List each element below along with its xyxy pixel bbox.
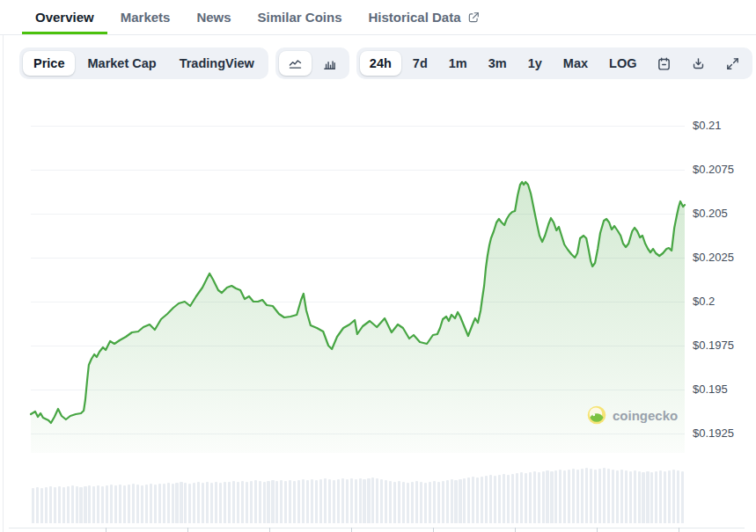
coin-price-chart-page: OverviewMarketsNewsSimilar CoinsHistoric… xyxy=(0,0,756,532)
volume-bar xyxy=(380,479,383,523)
volume-bar xyxy=(145,485,148,523)
volume-bar xyxy=(246,482,248,523)
volume-bar xyxy=(451,479,453,523)
tab-overview[interactable]: Overview xyxy=(22,0,107,34)
calendar-icon xyxy=(657,56,672,71)
volume-bar xyxy=(363,479,365,523)
volume-bar xyxy=(175,483,178,523)
volume-bar xyxy=(54,487,56,523)
volume-bar xyxy=(616,470,619,523)
tab-news[interactable]: News xyxy=(183,0,244,34)
metric-button-price[interactable]: Price xyxy=(23,51,75,76)
volume-bar xyxy=(180,482,182,523)
range-button-3m[interactable]: 3m xyxy=(479,51,517,76)
volume-bar xyxy=(188,484,191,523)
volume-bar xyxy=(554,470,557,523)
tool-button-fullscreen[interactable] xyxy=(716,51,749,76)
range-button-7d[interactable]: 7d xyxy=(403,51,437,76)
y-axis-label: $0.21 xyxy=(693,118,756,134)
range-button-1m[interactable]: 1m xyxy=(439,51,477,76)
volume-bar xyxy=(163,484,165,523)
volume-bar xyxy=(476,477,479,523)
bar-chart-icon xyxy=(322,56,337,71)
volume-bar xyxy=(210,483,213,523)
volume-bar xyxy=(585,468,588,523)
volume-bar xyxy=(467,477,470,523)
metric-button-tradingview[interactable]: TradingView xyxy=(169,51,265,76)
volume-bar xyxy=(594,470,597,523)
volume-bar xyxy=(525,473,527,523)
volume-bar xyxy=(646,471,649,523)
volume-bar xyxy=(289,480,291,523)
volume-bar xyxy=(206,482,209,523)
range-button-max[interactable]: Max xyxy=(554,51,598,76)
volume-bar xyxy=(398,481,400,523)
volume-bar xyxy=(254,480,257,523)
volume-bar xyxy=(538,472,540,523)
volume-bar xyxy=(371,477,374,523)
volume-bar xyxy=(215,482,217,523)
volume-bar xyxy=(485,476,488,523)
volume-bar xyxy=(167,483,170,523)
volume-bar xyxy=(284,481,287,523)
volume-bar xyxy=(158,484,161,523)
tab-markets[interactable]: Markets xyxy=(107,0,184,34)
volume-bar xyxy=(472,477,474,523)
volume-bar xyxy=(563,470,566,523)
volume-bar xyxy=(110,485,113,523)
volume-bar xyxy=(612,470,614,523)
volume-bar xyxy=(150,484,152,523)
volume-bar xyxy=(92,486,95,523)
range-button-24h[interactable]: 24h xyxy=(360,51,401,76)
range-button-log[interactable]: LOG xyxy=(599,51,646,76)
volume-bar xyxy=(62,487,65,523)
volume-bar xyxy=(275,481,278,523)
volume-bar xyxy=(550,471,553,523)
volume-bar xyxy=(576,470,579,523)
volume-bar xyxy=(350,478,353,523)
volume-bar xyxy=(607,469,610,523)
volume-bar xyxy=(459,479,461,523)
volume-bar xyxy=(193,483,195,523)
y-axis-label: $0.2075 xyxy=(693,162,756,178)
range-button-1y[interactable]: 1y xyxy=(518,51,552,76)
volume-bar xyxy=(407,483,409,523)
volume-bar xyxy=(581,469,584,523)
volume-bar xyxy=(411,482,414,523)
y-axis-label: $0.1975 xyxy=(693,338,756,353)
volume-bar xyxy=(136,485,139,523)
chart-type-button-bar-chart[interactable] xyxy=(313,51,346,76)
volume-bar xyxy=(389,481,392,523)
volume-bar xyxy=(259,481,261,523)
volume-bar xyxy=(71,485,74,523)
volume-bar xyxy=(232,481,235,523)
volume-bar xyxy=(328,479,331,523)
volume-bar xyxy=(315,480,318,523)
volume-bar xyxy=(529,472,532,523)
volume-bar xyxy=(655,471,657,523)
tab-historical-data[interactable]: Historical Data xyxy=(355,0,492,34)
volume-bar xyxy=(568,470,570,523)
volume-bar xyxy=(494,476,496,523)
chart-hover-area[interactable] xyxy=(31,114,685,453)
external-link-icon xyxy=(467,11,480,24)
volume-bar xyxy=(84,486,86,523)
chart-type-button-line-chart[interactable] xyxy=(279,51,312,76)
volume-bar xyxy=(267,481,269,523)
volume-bar xyxy=(367,478,370,523)
volume-bar xyxy=(40,488,43,523)
volume-bar xyxy=(598,469,601,523)
chart-type-toggle xyxy=(275,47,349,79)
tool-button-download[interactable] xyxy=(682,51,715,76)
volume-bar xyxy=(659,470,662,523)
volume-bar xyxy=(237,482,239,523)
volume-bar xyxy=(433,481,436,523)
volume-bar xyxy=(511,474,514,523)
tab-similar-coins[interactable]: Similar Coins xyxy=(245,0,356,34)
volume-bar xyxy=(114,485,117,523)
volume-bar xyxy=(250,481,253,523)
tool-button-calendar[interactable] xyxy=(648,51,680,76)
volume-bar xyxy=(97,485,99,523)
volume-bar xyxy=(141,485,143,523)
metric-button-market-cap[interactable]: Market Cap xyxy=(77,51,166,76)
